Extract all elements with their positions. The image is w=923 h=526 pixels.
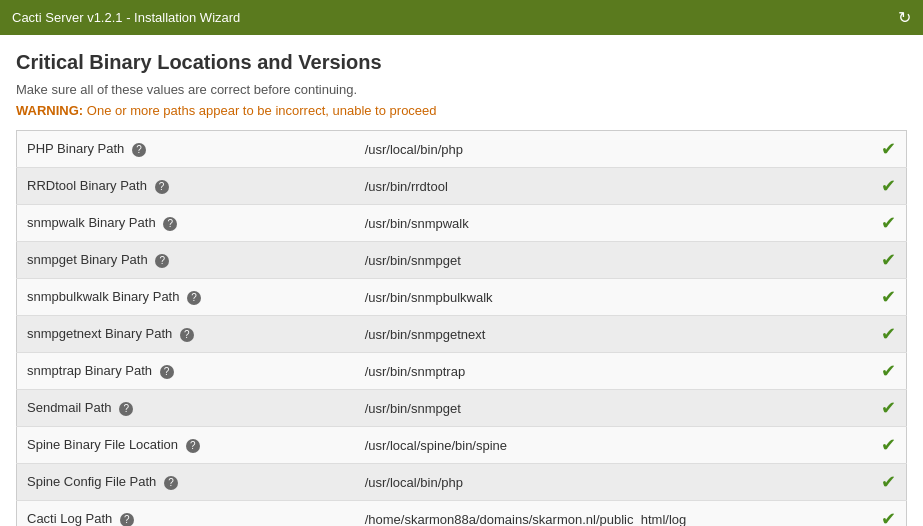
check-icon: ✔ bbox=[881, 435, 896, 455]
check-icon: ✔ bbox=[881, 213, 896, 233]
row-label: RRDtool Binary Path ? bbox=[17, 168, 355, 205]
row-value: /usr/local/bin/php bbox=[355, 464, 871, 501]
row-status: ✔ bbox=[871, 464, 907, 501]
row-status: ✔ bbox=[871, 427, 907, 464]
row-label: snmpget Binary Path ? bbox=[17, 242, 355, 279]
subtitle: Make sure all of these values are correc… bbox=[16, 82, 907, 97]
page-title: Critical Binary Locations and Versions bbox=[16, 51, 907, 74]
row-label: snmpwalk Binary Path ? bbox=[17, 205, 355, 242]
help-icon[interactable]: ? bbox=[163, 217, 177, 231]
check-icon: ✔ bbox=[881, 250, 896, 270]
row-label: Spine Config File Path ? bbox=[17, 464, 355, 501]
table-row: Sendmail Path ? /usr/bin/snmpget ✔ bbox=[17, 390, 907, 427]
table-row: Spine Config File Path ? /usr/local/bin/… bbox=[17, 464, 907, 501]
table-row: snmptrap Binary Path ? /usr/bin/snmptrap… bbox=[17, 353, 907, 390]
row-value: /usr/bin/snmptrap bbox=[355, 353, 871, 390]
row-label: Spine Binary File Location ? bbox=[17, 427, 355, 464]
table-row: Spine Binary File Location ? /usr/local/… bbox=[17, 427, 907, 464]
row-label: Sendmail Path ? bbox=[17, 390, 355, 427]
help-icon[interactable]: ? bbox=[120, 513, 134, 526]
row-value: /usr/bin/snmpwalk bbox=[355, 205, 871, 242]
row-value: /usr/bin/snmpget bbox=[355, 390, 871, 427]
table-row: snmpwalk Binary Path ? /usr/bin/snmpwalk… bbox=[17, 205, 907, 242]
row-status: ✔ bbox=[871, 353, 907, 390]
help-icon[interactable]: ? bbox=[155, 180, 169, 194]
row-status: ✔ bbox=[871, 205, 907, 242]
row-value: /usr/bin/snmpgetnext bbox=[355, 316, 871, 353]
row-status: ✔ bbox=[871, 242, 907, 279]
table-row: snmpget Binary Path ? /usr/bin/snmpget ✔ bbox=[17, 242, 907, 279]
row-status: ✔ bbox=[871, 279, 907, 316]
help-icon[interactable]: ? bbox=[187, 291, 201, 305]
check-icon: ✔ bbox=[881, 398, 896, 418]
row-status: ✔ bbox=[871, 168, 907, 205]
help-icon[interactable]: ? bbox=[180, 328, 194, 342]
binary-paths-table: PHP Binary Path ? /usr/local/bin/php ✔ R… bbox=[16, 130, 907, 526]
row-status: ✔ bbox=[871, 390, 907, 427]
help-icon[interactable]: ? bbox=[132, 143, 146, 157]
check-icon: ✔ bbox=[881, 472, 896, 492]
table-row: Cacti Log Path ? /home/skarmon88a/domain… bbox=[17, 501, 907, 527]
row-label: snmptrap Binary Path ? bbox=[17, 353, 355, 390]
refresh-icon[interactable]: ↻ bbox=[898, 8, 911, 27]
warning-label: WARNING: bbox=[16, 103, 83, 118]
row-value: /usr/bin/rrdtool bbox=[355, 168, 871, 205]
row-label: snmpbulkwalk Binary Path ? bbox=[17, 279, 355, 316]
help-icon[interactable]: ? bbox=[119, 402, 133, 416]
row-label: Cacti Log Path ? bbox=[17, 501, 355, 527]
check-icon: ✔ bbox=[881, 361, 896, 381]
help-icon[interactable]: ? bbox=[186, 439, 200, 453]
check-icon: ✔ bbox=[881, 176, 896, 196]
help-icon[interactable]: ? bbox=[164, 476, 178, 490]
window-title: Cacti Server v1.2.1 - Installation Wizar… bbox=[12, 10, 240, 25]
help-icon[interactable]: ? bbox=[160, 365, 174, 379]
row-value: /usr/local/bin/php bbox=[355, 131, 871, 168]
row-value: /usr/local/spine/bin/spine bbox=[355, 427, 871, 464]
row-value: /home/skarmon88a/domains/skarmon.nl/publ… bbox=[355, 501, 871, 527]
row-status: ✔ bbox=[871, 131, 907, 168]
help-icon[interactable]: ? bbox=[155, 254, 169, 268]
row-label: PHP Binary Path ? bbox=[17, 131, 355, 168]
row-label: snmpgetnext Binary Path ? bbox=[17, 316, 355, 353]
check-icon: ✔ bbox=[881, 287, 896, 307]
row-status: ✔ bbox=[871, 316, 907, 353]
row-status: ✔ bbox=[871, 501, 907, 527]
warning-message: WARNING: One or more paths appear to be … bbox=[16, 103, 907, 118]
check-icon: ✔ bbox=[881, 139, 896, 159]
table-row: PHP Binary Path ? /usr/local/bin/php ✔ bbox=[17, 131, 907, 168]
warning-text: One or more paths appear to be incorrect… bbox=[83, 103, 436, 118]
row-value: /usr/bin/snmpget bbox=[355, 242, 871, 279]
table-row: RRDtool Binary Path ? /usr/bin/rrdtool ✔ bbox=[17, 168, 907, 205]
main-content: Critical Binary Locations and Versions M… bbox=[0, 35, 923, 526]
row-value: /usr/bin/snmpbulkwalk bbox=[355, 279, 871, 316]
table-row: snmpgetnext Binary Path ? /usr/bin/snmpg… bbox=[17, 316, 907, 353]
table-row: snmpbulkwalk Binary Path ? /usr/bin/snmp… bbox=[17, 279, 907, 316]
check-icon: ✔ bbox=[881, 324, 896, 344]
title-bar: Cacti Server v1.2.1 - Installation Wizar… bbox=[0, 0, 923, 35]
check-icon: ✔ bbox=[881, 509, 896, 526]
